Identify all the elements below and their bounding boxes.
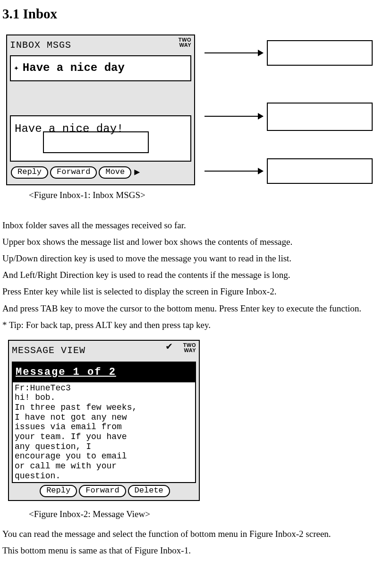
callout-arrow-1 — [205, 52, 263, 53]
paragraph: And Left/Right Direction key is used to … — [2, 267, 392, 283]
scroll-up-icon[interactable]: ▲ — [190, 363, 194, 376]
device-screen-inbox: INBOX MSGS TWO WAY ✦ Have a nice day Hav… — [6, 35, 195, 185]
bottom-menu: Reply Forward Delete — [9, 485, 199, 500]
move-button[interactable]: Move — [99, 166, 131, 179]
checkmark-icon: ✔ — [166, 342, 183, 352]
message-body: Fr:HuneTec3 hi! bob. In three past few w… — [13, 382, 195, 482]
paragraph: And press TAB key to move the cursor to … — [2, 300, 392, 317]
paragraph: This bottom menu is same as that of Figu… — [2, 542, 392, 559]
figure-1-caption: <Figure Inbox-1: Inbox MSGS> — [29, 187, 392, 204]
two-way-bot: WAY — [184, 347, 196, 353]
message-view-box: ▲ Message 1 of 2 Fr:HuneTec3 hi! bob. In… — [12, 362, 196, 483]
callout-arrow-2 — [205, 116, 263, 117]
message-list-item[interactable]: ✦ Have a nice day — [11, 56, 190, 81]
two-way-indicator: TWO WAY — [179, 36, 191, 48]
device-screen-message-view: MESSAGE VIEW ✔ TWO WAY ▲ Message 1 of 2 … — [8, 340, 200, 501]
bottom-menu: Reply Forward Move ▶ — [7, 164, 194, 184]
forward-button[interactable]: Forward — [50, 166, 97, 179]
message-list-box: ✦ Have a nice day — [10, 55, 191, 82]
more-menu-icon[interactable]: ▶ — [134, 164, 140, 181]
reply-button[interactable]: Reply — [40, 485, 77, 497]
message-subject: Have a nice day — [23, 57, 125, 79]
message-icon: ✦ — [14, 60, 19, 76]
section-heading: 3.1 Inbox — [2, 6, 392, 22]
screen-title: MESSAGE VIEW — [12, 342, 85, 360]
figure-inbox-1: INBOX MSGS TWO WAY ✦ Have a nice day Hav… — [2, 31, 392, 182]
message-header: Message 1 of 2 — [13, 363, 195, 382]
paragraph: Press Enter key while list is selected t… — [2, 283, 392, 300]
callout-box-2 — [267, 103, 373, 131]
two-way-indicator: TWO WAY — [183, 342, 196, 353]
reply-button[interactable]: Reply — [11, 166, 48, 179]
message-preview-box: Have a nice day! — [10, 115, 191, 162]
screen-title: INBOX MSGS — [10, 36, 71, 54]
paragraph: Up/Down direction key is used to move th… — [2, 250, 392, 267]
figure-2-caption: <Figure Inbox-2: Message View> — [29, 506, 392, 523]
preview-overlay-box — [43, 131, 149, 153]
callout-box-1 — [267, 40, 373, 66]
delete-button[interactable]: Delete — [128, 485, 170, 497]
paragraph: Upper box shows the message list and low… — [2, 233, 392, 250]
forward-button[interactable]: Forward — [79, 485, 126, 497]
callout-box-3 — [267, 158, 373, 184]
paragraph: Inbox folder saves all the messages rece… — [2, 217, 392, 233]
callout-arrow-3 — [205, 171, 263, 172]
paragraph: You can read the message and select the … — [2, 526, 392, 542]
paragraph: * Tip: For back tap, press ALT key and t… — [2, 317, 392, 333]
two-way-bot: WAY — [179, 42, 191, 48]
